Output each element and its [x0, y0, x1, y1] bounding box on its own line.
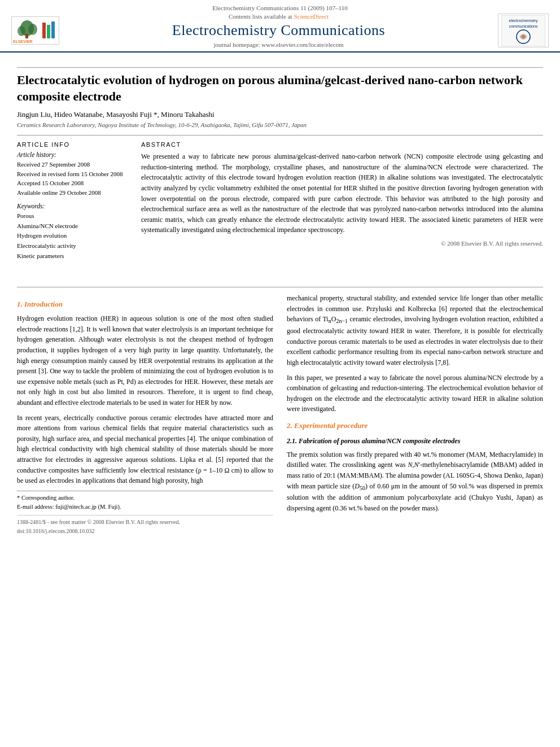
svg-rect-7 — [51, 21, 55, 38]
history-available: Available online 29 October 2008 — [17, 188, 130, 198]
svg-point-13 — [522, 35, 525, 38]
issn-line: 1388-2481/$ - see front matter © 2008 El… — [17, 518, 273, 527]
elsevier-logo: ELSEVIER — [11, 16, 59, 45]
keyword-1: Porous — [17, 211, 130, 221]
journal-title: Electrochemistry Communications — [71, 22, 487, 39]
footnote-area: * Corresponding author. E-mail address: … — [17, 491, 273, 512]
article-info-abstract: ARTICLE INFO Article history: Received 2… — [17, 141, 543, 267]
svg-point-4 — [28, 24, 37, 35]
article-info-column: ARTICLE INFO Article history: Received 2… — [17, 141, 130, 267]
copyright: © 2008 Elsevier B.V. All rights reserved… — [141, 240, 543, 247]
svg-rect-2 — [25, 34, 28, 38]
sciencedirect-line: Contents lists available at ScienceDirec… — [71, 13, 487, 20]
corresponding-note: * Corresponding author. — [17, 493, 273, 503]
header-divider — [17, 67, 543, 68]
intro-para-2: In recent years, electrically conductive… — [17, 413, 273, 486]
authors: Jingjun Liu, Hideo Watanabe, Masayoshi F… — [17, 110, 543, 119]
affiliation: Ceramics Research Laboratory, Nagoya Ins… — [17, 121, 543, 128]
right-para-1: mechanical property, structural stabilit… — [287, 293, 543, 368]
intro-heading: 1. Introduction — [17, 299, 273, 310]
body-columns: 1. Introduction Hydrogen evolution react… — [17, 293, 543, 535]
high-word: high — [191, 477, 203, 484]
keyword-2: Alumina/NCN electrode — [17, 221, 130, 231]
svg-text:ELSEVIER: ELSEVIER — [13, 40, 33, 43]
svg-text:electrochemistry: electrochemistry — [509, 19, 538, 23]
exp-heading: 2. Experimental procedure — [287, 420, 543, 431]
journal-top-bar: ELSEVIER Contents lists available at Sci… — [11, 13, 549, 48]
keywords-group: Keywords: Porous Alumina/NCN electrode H… — [17, 203, 130, 261]
article-info-divider — [17, 135, 543, 136]
main-content: 1. Introduction Hydrogen evolution react… — [0, 278, 560, 547]
journal-center: Contents lists available at ScienceDirec… — [59, 13, 498, 48]
right-column: mechanical property, structural stabilit… — [287, 293, 543, 535]
abstract-label: ABSTRACT — [141, 141, 543, 148]
article-info-label: ARTICLE INFO — [17, 141, 130, 148]
body-divider — [17, 287, 543, 287]
svg-text:communications: communications — [509, 24, 538, 28]
svg-rect-5 — [42, 23, 46, 38]
keyword-3: Hydrogen evolution — [17, 231, 130, 241]
abstract-column: ABSTRACT We presented a way to fabricate… — [141, 141, 543, 267]
citation-line: Electrochemistry Communications 11 (2009… — [11, 5, 549, 11]
journal-header: Electrochemistry Communications 11 (2009… — [0, 0, 560, 53]
history-revised: Received in revised form 15 October 2008 — [17, 169, 130, 179]
footer-info: 1388-2481/$ - see front matter © 2008 El… — [17, 515, 273, 535]
exp-para-1: The premix solution was firstly prepared… — [287, 449, 543, 514]
right-para-2: In this paper, we presented a way to fab… — [287, 373, 543, 414]
history-title: Article history: — [17, 151, 130, 158]
svg-rect-6 — [47, 25, 50, 38]
journal-homepage: journal homepage: www.elsevier.com/locat… — [71, 41, 487, 48]
intro-para-1: Hydrogen evolution reaction (HER) in aqu… — [17, 313, 273, 408]
doi-line: doi:10.1016/j.elecom.2008.10.032 — [17, 527, 273, 536]
page: Electrochemistry Communications 11 (2009… — [0, 0, 560, 747]
email-note: E-mail address: fuji@nitech.ac.jp (M. Fu… — [17, 503, 273, 512]
svg-point-3 — [18, 26, 25, 36]
keyword-5: Kinetic parameters — [17, 251, 130, 261]
history-received: Received 27 September 2008 — [17, 160, 130, 169]
exp-sub-heading: 2.1. Fabrication of porous alumina/NCN c… — [287, 436, 543, 447]
article-history: Article history: Received 27 September 2… — [17, 151, 130, 197]
journal-logo-right: electrochemistry communications — [498, 14, 549, 47]
journal-logo-svg: electrochemistry communications — [501, 15, 545, 46]
history-accepted: Accepted 15 October 2008 — [17, 178, 130, 188]
sciencedirect-link[interactable]: ScienceDirect — [294, 13, 329, 20]
keywords-title: Keywords: — [17, 203, 130, 209]
article-title: Electrocatalytic evolution of hydrogen o… — [17, 72, 543, 104]
elsevier-logo-svg: ELSEVIER — [13, 17, 58, 44]
article-body: Electrocatalytic evolution of hydrogen o… — [0, 53, 560, 278]
abstract-text: We presented a way to fabricate new poro… — [141, 151, 543, 235]
left-column: 1. Introduction Hydrogen evolution react… — [17, 293, 273, 535]
keyword-4: Electrocatalytic activity — [17, 241, 130, 251]
